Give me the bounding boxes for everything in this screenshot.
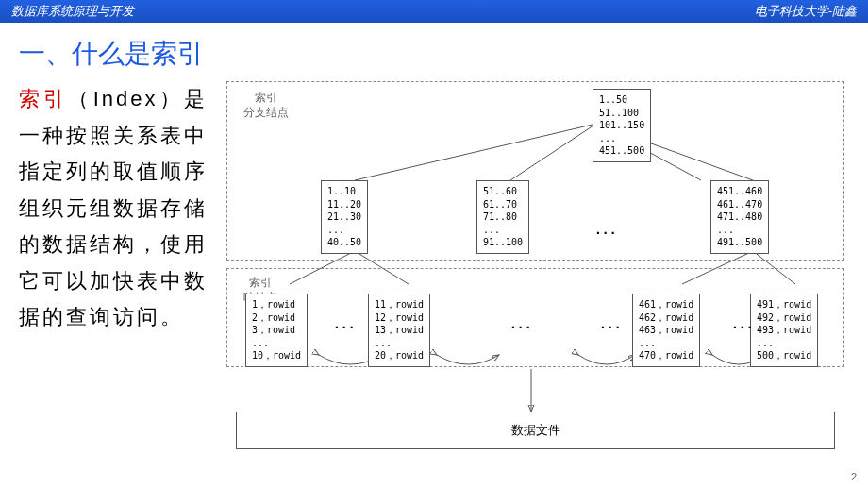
leaf-ellipsis-1: ... [333,317,355,331]
term-highlight: 索引 [19,87,68,110]
slide-title: 一、什么是索引 [19,36,868,72]
term-definition: （Index）是一种按照关系表中指定列的取值顺序组织元组数据存储的数据结构，使用… [19,87,208,328]
branch-node-3: 451..460 461..470 471..480 ... 491..500 [710,180,769,254]
leaf-node-3: 461，rowid 462，rowid 463，rowid ... 470，ro… [632,294,700,367]
leaf-ellipsis-2: ... [509,317,531,331]
leaf-ellipsis-4: ... [731,317,753,331]
branch-label: 索引 分支结点 [243,91,289,120]
leaf-node-2: 11，rowid 12，rowid 13，rowid ... 20，rowid [368,294,430,367]
slide-header: 数据库系统原理与开发 电子科技大学-陆鑫 [0,0,868,23]
leaf-ellipsis-3: ... [599,317,621,331]
root-node: 1..50 51..100 101..150 ... 451..500 [593,89,651,162]
branch-node-1: 1..10 11..20 21..30 ... 40..50 [321,180,368,254]
description: 索引（Index）是一种按照关系表中指定列的取值顺序组织元组数据存储的数据结构，… [19,81,208,478]
header-left: 数据库系统原理与开发 [11,3,134,20]
leaf-node-4: 491，rowid 492，rowid 493，rowid ... 500，ro… [750,294,818,367]
header-right: 电子科技大学-陆鑫 [755,3,857,20]
branch-ellipsis: ... [594,223,616,237]
page-number: 2 [851,471,857,482]
data-file-box: 数据文件 [236,412,835,449]
index-tree-diagram: 索引 分支结点 1..50 51..100 101..150 ... 451..… [226,81,855,478]
branch-node-2: 51..60 61..70 71..80 ... 91..100 [476,180,529,254]
leaf-node-1: 1，rowid 2，rowid 3，rowid ... 10，rowid [245,294,308,367]
